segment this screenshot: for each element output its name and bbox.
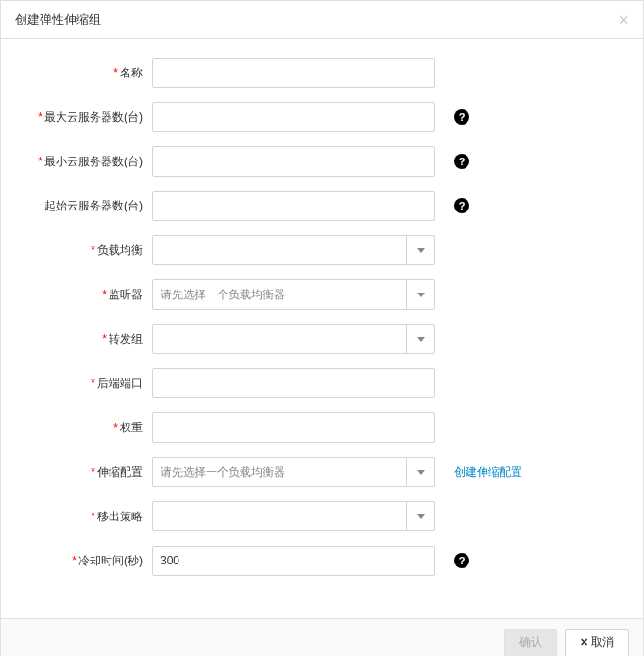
- forward-group-select[interactable]: [152, 324, 435, 354]
- create-scaling-config-link[interactable]: 创建伸缩配置: [454, 464, 522, 480]
- help-icon[interactable]: ?: [454, 198, 469, 213]
- form-row-cooldown: *冷却时间(秒) ?: [20, 546, 624, 576]
- form-row-scaling-config: *伸缩配置 请先选择一个负载均衡器 创建伸缩配置: [20, 457, 624, 487]
- form-row-removal-policy: *移出策略: [20, 501, 624, 531]
- modal-title: 创建弹性伸缩组: [15, 11, 101, 28]
- name-input[interactable]: [152, 58, 435, 88]
- label-max-servers: *最大云服务器数(台): [20, 109, 152, 126]
- backend-port-input[interactable]: [152, 368, 435, 398]
- cooldown-input[interactable]: [152, 546, 435, 576]
- modal-footer: 确认 ✕ 取消: [1, 618, 643, 656]
- help-icon[interactable]: ?: [454, 109, 469, 125]
- svg-text:?: ?: [459, 555, 466, 566]
- label-forward-group: *转发组: [20, 331, 152, 347]
- svg-text:?: ?: [459, 156, 466, 167]
- cancel-button[interactable]: ✕ 取消: [565, 629, 629, 657]
- form-row-listener: *监听器 请先选择一个负载均衡器: [20, 279, 624, 310]
- label-cooldown: *冷却时间(秒): [20, 553, 152, 569]
- chevron-down-icon: [406, 502, 434, 530]
- modal-body: *名称 *最大云服务器数(台) ? *最小云服务器数(台) ?: [1, 39, 643, 618]
- label-removal-policy: *移出策略: [20, 509, 152, 525]
- close-button[interactable]: ×: [619, 11, 629, 28]
- svg-text:?: ?: [459, 200, 466, 211]
- modal-header: 创建弹性伸缩组 ×: [1, 1, 643, 39]
- chevron-down-icon: [406, 236, 434, 264]
- create-scaling-group-modal: 创建弹性伸缩组 × *名称 *最大云服务器数(台) ? *最小云服务器数(台): [0, 0, 644, 656]
- label-load-balancer: *负载均衡: [20, 243, 152, 259]
- removal-policy-select[interactable]: [152, 501, 435, 531]
- svg-text:?: ?: [459, 111, 466, 123]
- form-row-forward-group: *转发组: [20, 324, 624, 354]
- max-servers-input[interactable]: [152, 102, 435, 132]
- label-name: *名称: [20, 65, 152, 81]
- listener-select[interactable]: 请先选择一个负载均衡器: [152, 279, 435, 310]
- help-icon[interactable]: ?: [454, 154, 469, 169]
- chevron-down-icon: [406, 280, 434, 309]
- close-icon: ✕: [580, 636, 588, 648]
- close-icon: ×: [619, 10, 629, 29]
- chevron-down-icon: [406, 325, 434, 353]
- help-icon[interactable]: ?: [454, 553, 469, 568]
- label-initial-servers: 起始云服务器数(台): [20, 198, 152, 214]
- scaling-config-select[interactable]: 请先选择一个负载均衡器: [152, 457, 435, 487]
- form-row-name: *名称: [20, 58, 624, 88]
- chevron-down-icon: [406, 458, 434, 486]
- label-listener: *监听器: [20, 287, 152, 303]
- form-row-weight: *权重: [20, 412, 624, 443]
- form-row-backend-port: *后端端口: [20, 368, 624, 398]
- label-weight: *权重: [20, 420, 152, 436]
- label-scaling-config: *伸缩配置: [20, 464, 152, 480]
- form-row-initial-servers: 起始云服务器数(台) ?: [20, 191, 624, 221]
- weight-input[interactable]: [152, 412, 435, 443]
- form-row-load-balancer: *负载均衡: [20, 235, 624, 265]
- confirm-button[interactable]: 确认: [504, 629, 557, 657]
- label-min-servers: *最小云服务器数(台): [20, 154, 152, 170]
- label-backend-port: *后端端口: [20, 376, 152, 392]
- form-row-max-servers: *最大云服务器数(台) ?: [20, 102, 624, 132]
- min-servers-input[interactable]: [152, 146, 435, 177]
- load-balancer-select[interactable]: [152, 235, 435, 265]
- form-row-min-servers: *最小云服务器数(台) ?: [20, 146, 624, 177]
- initial-servers-input[interactable]: [152, 191, 435, 221]
